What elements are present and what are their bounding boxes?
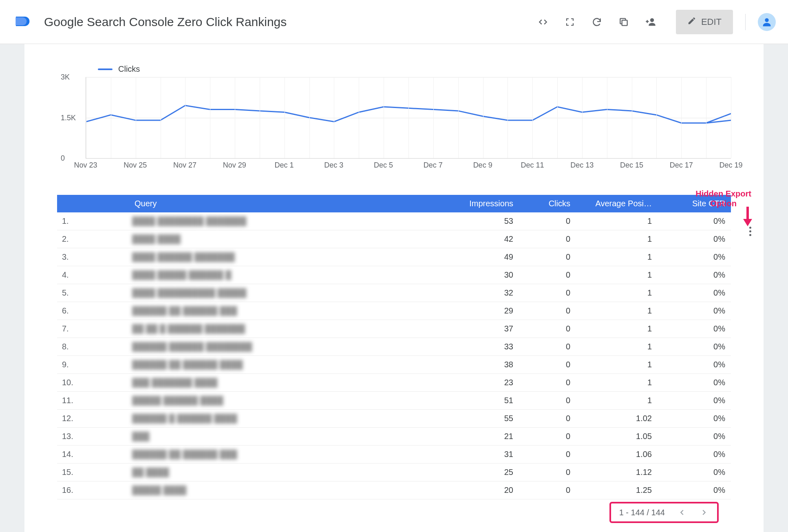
cell-impressions: 25 <box>446 464 519 481</box>
xtick: Nov 23 <box>74 161 97 170</box>
table-row[interactable]: 3.████ ██████ ███████49010% <box>57 248 731 266</box>
row-number: 11. <box>57 392 126 410</box>
row-number: 6. <box>57 302 126 320</box>
col-impressions[interactable]: Impressions <box>446 195 519 212</box>
row-number: 4. <box>57 266 126 284</box>
cell-impressions: 33 <box>446 338 519 356</box>
table-row[interactable]: 10.███ ███████ ████23010% <box>57 374 731 392</box>
svg-rect-0 <box>622 20 627 25</box>
xtick: Dec 5 <box>374 161 393 170</box>
cell-position: 1 <box>576 230 658 248</box>
cell-position: 1 <box>576 266 658 284</box>
cell-impressions: 49 <box>446 248 519 266</box>
table-row[interactable]: 7.██ ██ █ ██████ ███████37010% <box>57 320 731 338</box>
pager-next-button[interactable] <box>699 508 709 517</box>
cell-ctr: 0% <box>658 230 731 248</box>
row-number: 3. <box>57 248 126 266</box>
cell-position: 1 <box>576 248 658 266</box>
refresh-icon[interactable] <box>591 16 603 28</box>
col-clicks[interactable]: Clicks <box>519 195 576 212</box>
row-number: 5. <box>57 284 126 302</box>
xtick: Dec 15 <box>620 161 643 170</box>
ytick-1_5k: 1.5K <box>61 113 76 122</box>
cell-impressions: 30 <box>446 266 519 284</box>
table-row[interactable]: 11.█████ ██████ ████51010% <box>57 392 731 410</box>
cell-impressions: 37 <box>446 320 519 338</box>
xtick: Dec 7 <box>424 161 443 170</box>
row-number: 10. <box>57 374 126 392</box>
cell-ctr: 0% <box>658 481 731 499</box>
cell-clicks: 0 <box>519 481 576 499</box>
datastudio-logo-icon <box>12 12 32 32</box>
svg-marker-4 <box>743 219 752 226</box>
cell-ctr: 0% <box>658 338 731 356</box>
pager-prev-button[interactable] <box>677 508 687 517</box>
xtick: Dec 1 <box>275 161 294 170</box>
table-row[interactable]: 2.████ ████42010% <box>57 230 731 248</box>
table-row[interactable]: 16.█████ ████2001.250% <box>57 481 731 499</box>
cell-clicks: 0 <box>519 230 576 248</box>
xtick: Dec 3 <box>324 161 343 170</box>
row-number: 9. <box>57 356 126 374</box>
row-number: 8. <box>57 338 126 356</box>
table-row[interactable]: 12.██████ █ ██████ ████5501.020% <box>57 410 731 428</box>
cell-impressions: 31 <box>446 446 519 464</box>
cell-position: 1.12 <box>576 464 658 481</box>
cell-clicks: 0 <box>519 266 576 284</box>
copy-icon[interactable] <box>618 16 629 28</box>
cell-position: 1 <box>576 212 658 230</box>
pager-range: 1 - 144 / 144 <box>619 508 665 517</box>
annotation-arrow-icon <box>742 207 754 227</box>
table-row[interactable]: 1.████ ████████ ███████53010% <box>57 212 731 230</box>
table-row[interactable]: 9.██████ ██ ██████ ████38010% <box>57 356 731 374</box>
cell-impressions: 32 <box>446 284 519 302</box>
embed-icon[interactable] <box>537 16 549 28</box>
col-query[interactable]: Query <box>126 195 446 212</box>
cell-impressions: 20 <box>446 481 519 499</box>
cell-ctr: 0% <box>658 248 731 266</box>
chart-plot-area: 3K 1.5K 0 <box>86 77 731 159</box>
chart-xticks: Nov 23Nov 25Nov 27Nov 29Dec 1Dec 3Dec 5D… <box>86 161 731 172</box>
cell-ctr: 0% <box>658 302 731 320</box>
table-row[interactable]: 13.███2101.050% <box>57 428 731 446</box>
user-avatar[interactable] <box>758 13 776 31</box>
cell-position: 1.02 <box>576 410 658 428</box>
header-toolbar: Google Search Console Zero Click Ranking… <box>0 0 788 44</box>
table-row[interactable]: 14.██████ ██ ██████ ███3101.060% <box>57 446 731 464</box>
cell-clicks: 0 <box>519 338 576 356</box>
cell-clicks: 0 <box>519 320 576 338</box>
pencil-icon <box>687 16 696 28</box>
share-add-person-icon[interactable] <box>645 16 656 28</box>
chart-legend: Clicks <box>98 64 731 74</box>
table-row[interactable]: 8.██████ ██████ ████████33010% <box>57 338 731 356</box>
page-title: Google Search Console Zero Click Ranking… <box>44 15 287 29</box>
cell-ctr: 0% <box>658 410 731 428</box>
cell-clicks: 0 <box>519 464 576 481</box>
svg-point-1 <box>650 18 654 22</box>
row-number: 13. <box>57 428 126 446</box>
cell-query: ███ <box>126 428 446 446</box>
query-table: Query Impressions Clicks Average Posi… S… <box>57 195 731 499</box>
cell-position: 1 <box>576 338 658 356</box>
cell-clicks: 0 <box>519 446 576 464</box>
cell-clicks: 0 <box>519 212 576 230</box>
cell-query: ██████ ██ ██████ ███ <box>126 446 446 464</box>
fullscreen-icon[interactable] <box>564 16 576 28</box>
table-more-options-button[interactable] <box>745 226 755 236</box>
table-pager: 1 - 144 / 144 <box>609 502 719 523</box>
cell-query: ██████ ██████ ████████ <box>126 338 446 356</box>
xtick: Nov 25 <box>124 161 147 170</box>
table-header-row: Query Impressions Clicks Average Posi… S… <box>57 195 731 212</box>
edit-button[interactable]: EDIT <box>676 10 733 34</box>
cell-impressions: 23 <box>446 374 519 392</box>
ytick-0: 0 <box>61 154 65 163</box>
table-row[interactable]: 4.████ █████ ██████ █30010% <box>57 266 731 284</box>
cell-query: ████ ██████ ███████ <box>126 248 446 266</box>
table-row[interactable]: 5.████ ██████████ █████32010% <box>57 284 731 302</box>
row-number: 14. <box>57 446 126 464</box>
xtick: Dec 19 <box>719 161 742 170</box>
cell-clicks: 0 <box>519 284 576 302</box>
table-row[interactable]: 15.██ ████2501.120% <box>57 464 731 481</box>
col-avg-position[interactable]: Average Posi… <box>576 195 658 212</box>
table-row[interactable]: 6.██████ ██ ██████ ███29010% <box>57 302 731 320</box>
